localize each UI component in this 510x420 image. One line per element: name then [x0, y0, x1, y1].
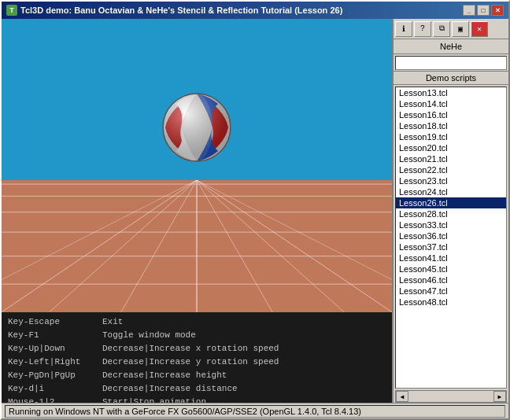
script-item[interactable]: Lesson47.tcl: [396, 286, 506, 297]
script-item[interactable]: Lesson19.tcl: [396, 131, 506, 142]
status-text: Running on Windows NT with a GeForce FX …: [5, 405, 505, 418]
floor: [2, 180, 392, 312]
toolbar-row: ℹ ? ⧉ ▣ ✕: [394, 19, 508, 39]
search-input[interactable]: [395, 56, 507, 70]
script-item[interactable]: Lesson48.tcl: [396, 297, 506, 308]
window-title: Tcl3D demo: Banu Octavian & NeHe's Stenc…: [20, 6, 342, 15]
svg-line-9: [50, 180, 197, 312]
maximize-button[interactable]: □: [477, 5, 490, 16]
script-item[interactable]: Lesson18.tcl: [396, 120, 506, 131]
scripts-list[interactable]: Lesson13.tclLesson14.tclLesson16.tclLess…: [396, 87, 506, 388]
key-row: Key-d|iDecrease|Increase distance: [8, 382, 386, 396]
key-row: Key-F1Toggle window mode: [8, 329, 386, 342]
scroll-left-button[interactable]: ◀: [396, 391, 408, 402]
script-item[interactable]: Lesson24.tcl: [396, 186, 506, 197]
script-item[interactable]: Lesson21.tcl: [396, 153, 506, 164]
script-item[interactable]: Lesson28.tcl: [396, 208, 506, 219]
script-item[interactable]: Lesson37.tcl: [396, 241, 506, 252]
h-scrollbar[interactable]: ◀ ▶: [395, 390, 507, 403]
script-item[interactable]: Lesson36.tcl: [396, 230, 506, 241]
script-item[interactable]: Lesson33.tcl: [396, 219, 506, 230]
svg-line-7: [2, 180, 197, 312]
3d-viewport[interactable]: [2, 19, 392, 312]
demo-scripts-header: Demo scripts: [394, 72, 508, 85]
script-item[interactable]: Lesson22.tcl: [396, 164, 506, 175]
key-row: Key-EscapeExit: [8, 315, 386, 329]
keys-panel: Key-EscapeExitKey-F1Toggle window modeKe…: [2, 312, 392, 403]
right-panel: ℹ ? ⧉ ▣ ✕ NeHe Demo scripts Lesson13.tcl…: [392, 19, 508, 403]
key-name: Key-F1: [8, 329, 102, 342]
key-name: Key-d|i: [8, 382, 102, 396]
key-desc: Decrease|Increase y rotation speed: [102, 356, 279, 369]
script-item[interactable]: Lesson20.tcl: [396, 142, 506, 153]
beach-ball: [161, 92, 232, 163]
title-bar: T Tcl3D demo: Banu Octavian & NeHe's Ste…: [2, 2, 508, 19]
window-button[interactable]: ▣: [452, 21, 469, 37]
copy-button[interactable]: ⧉: [433, 21, 450, 37]
minimize-button[interactable]: _: [463, 5, 475, 16]
key-desc: Decrease|Increase x rotation speed: [102, 342, 279, 356]
h-scroll-track: [408, 392, 493, 400]
script-item[interactable]: Lesson16.tcl: [396, 109, 506, 120]
script-item[interactable]: Lesson45.tcl: [396, 263, 506, 274]
main-window: T Tcl3D demo: Banu Octavian & NeHe's Ste…: [0, 0, 510, 420]
scripts-list-container: Lesson13.tclLesson14.tclLesson16.tclLess…: [395, 87, 507, 389]
key-desc: Decrease|Increase height: [102, 369, 227, 382]
key-name: Mouse-1|2: [8, 396, 102, 403]
main-content: Key-EscapeExitKey-F1Toggle window modeKe…: [2, 19, 508, 403]
key-row: Mouse-1|2Start|Stop animation: [8, 396, 386, 403]
key-name: Key-Escape: [8, 315, 102, 329]
key-row: Key-Left|RightDecrease|Increase y rotati…: [8, 356, 386, 369]
scroll-right-button[interactable]: ▶: [493, 391, 506, 402]
key-row: Key-Up|DownDecrease|Increase x rotation …: [8, 342, 386, 356]
key-row: Key-PgDn|PgUpDecrease|Increase height: [8, 369, 386, 382]
nehe-label: NeHe: [394, 39, 508, 54]
script-item[interactable]: Lesson41.tcl: [396, 252, 506, 263]
script-item[interactable]: Lesson26.tcl: [396, 197, 506, 208]
info-button[interactable]: ℹ: [395, 21, 412, 37]
app-icon: T: [6, 5, 17, 16]
script-item[interactable]: Lesson46.tcl: [396, 274, 506, 286]
key-desc: Decrease|Increase distance: [102, 382, 238, 396]
floor-grid: [2, 180, 392, 312]
script-item[interactable]: Lesson23.tcl: [396, 175, 506, 186]
key-name: Key-Left|Right: [8, 356, 102, 369]
key-name: Key-Up|Down: [8, 342, 102, 356]
status-bar: Running on Windows NT with a GeForce FX …: [2, 403, 508, 418]
left-panel: Key-EscapeExitKey-F1Toggle window modeKe…: [2, 19, 392, 403]
svg-line-10: [121, 180, 197, 312]
panel-close-button[interactable]: ✕: [471, 21, 488, 37]
help-button[interactable]: ?: [414, 21, 431, 37]
key-name: Key-PgDn|PgUp: [8, 369, 102, 382]
script-item[interactable]: Lesson14.tcl: [396, 98, 506, 109]
ball-svg: [161, 92, 232, 163]
svg-line-12: [197, 180, 344, 312]
script-item[interactable]: Lesson13.tcl: [396, 87, 506, 98]
key-desc: Toggle window mode: [102, 329, 196, 342]
key-desc: Exit: [102, 315, 123, 329]
title-bar-left: T Tcl3D demo: Banu Octavian & NeHe's Ste…: [6, 5, 342, 16]
svg-line-8: [197, 180, 392, 312]
close-button[interactable]: ✕: [491, 5, 504, 16]
search-bar: [394, 54, 508, 72]
key-desc: Start|Stop animation: [102, 396, 206, 403]
svg-line-11: [197, 180, 272, 312]
title-controls: _ □ ✕: [463, 5, 504, 16]
